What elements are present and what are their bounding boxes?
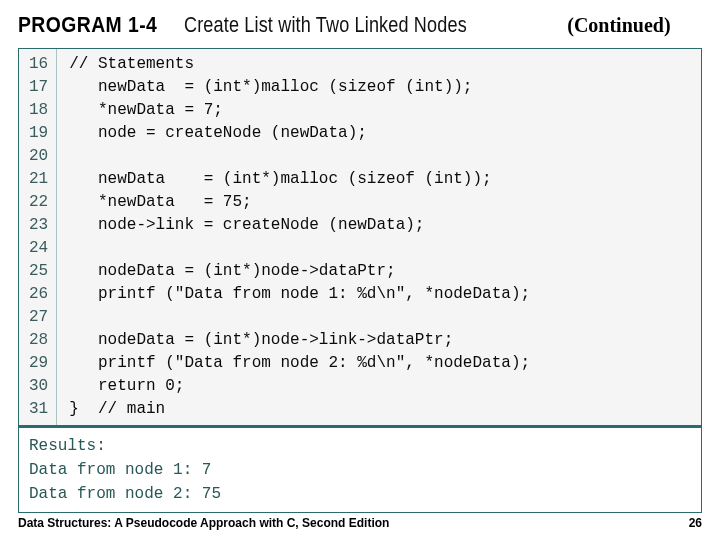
code-line: *newData = 7; <box>69 99 530 122</box>
line-number: 17 <box>29 76 48 99</box>
code-line: node = createNode (newData); <box>69 122 530 145</box>
code-line <box>69 237 530 260</box>
code-lines: // Statements newData = (int*)malloc (si… <box>57 49 540 425</box>
program-label: PROGRAM 1-4 <box>18 12 157 38</box>
line-number: 28 <box>29 329 48 352</box>
line-number: 20 <box>29 145 48 168</box>
title-row: PROGRAM 1-4 Create List with Two Linked … <box>18 12 702 38</box>
results-heading: Results: <box>29 434 691 458</box>
code-line: printf ("Data from node 2: %d\n", *nodeD… <box>69 352 530 375</box>
code-line: return 0; <box>69 375 530 398</box>
code-line: nodeData = (int*)node->link->dataPtr; <box>69 329 530 352</box>
line-number: 16 <box>29 53 48 76</box>
line-number: 18 <box>29 99 48 122</box>
code-line <box>69 145 530 168</box>
line-number: 21 <box>29 168 48 191</box>
code-line: // Statements <box>69 53 530 76</box>
code-line: nodeData = (int*)node->dataPtr; <box>69 260 530 283</box>
code-line: printf ("Data from node 1: %d\n", *nodeD… <box>69 283 530 306</box>
code-line: } // main <box>69 398 530 421</box>
footer: Data Structures: A Pseudocode Approach w… <box>18 516 702 530</box>
results-box: Results: Data from node 1: 7 Data from n… <box>18 425 702 513</box>
code-line: newData = (int*)malloc (sizeof (int)); <box>69 76 530 99</box>
line-number: 29 <box>29 352 48 375</box>
line-number: 22 <box>29 191 48 214</box>
footer-book-title: Data Structures: A Pseudocode Approach w… <box>18 516 389 530</box>
footer-page-number: 26 <box>689 516 702 530</box>
code-line: *newData = 75; <box>69 191 530 214</box>
line-number: 31 <box>29 398 48 421</box>
code-line: node->link = createNode (newData); <box>69 214 530 237</box>
line-number: 30 <box>29 375 48 398</box>
code-listing-box: 16171819202122232425262728293031 // Stat… <box>18 48 702 426</box>
line-number: 26 <box>29 283 48 306</box>
program-description: Create List with Two Linked Nodes <box>184 12 467 38</box>
line-number: 24 <box>29 237 48 260</box>
line-number: 23 <box>29 214 48 237</box>
line-number: 19 <box>29 122 48 145</box>
line-number: 25 <box>29 260 48 283</box>
continued-label: (Continued) <box>567 14 670 37</box>
code-area: 16171819202122232425262728293031 // Stat… <box>19 49 701 425</box>
results-output: Data from node 1: 7 Data from node 2: 75 <box>29 458 691 506</box>
slide-page: PROGRAM 1-4 Create List with Two Linked … <box>0 0 720 540</box>
code-line <box>69 306 530 329</box>
line-number-gutter: 16171819202122232425262728293031 <box>19 49 57 425</box>
line-number: 27 <box>29 306 48 329</box>
code-line: newData = (int*)malloc (sizeof (int)); <box>69 168 530 191</box>
